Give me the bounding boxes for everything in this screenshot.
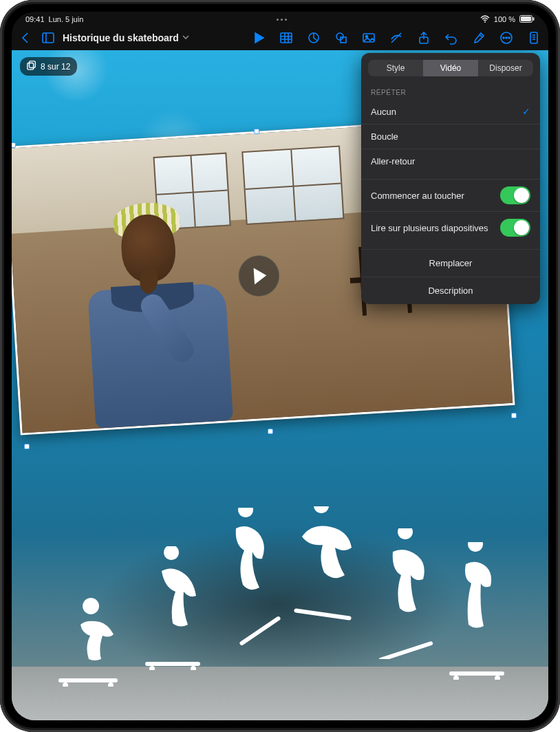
- back-button[interactable]: [19, 30, 34, 45]
- svg-point-0: [484, 21, 486, 23]
- start-on-touch-label: Commencer au toucher: [371, 191, 464, 201]
- selection-handle[interactable]: [12, 142, 16, 148]
- document-title-button[interactable]: Historique du skateboard: [63, 32, 190, 43]
- popover-tabs: Style Vidéo Disposer: [368, 60, 533, 76]
- svg-rect-37: [378, 641, 433, 660]
- checkmark-icon: ✓: [522, 106, 530, 117]
- undo-button[interactable]: [444, 30, 459, 45]
- svg-rect-23: [530, 32, 537, 43]
- svg-point-21: [506, 37, 507, 39]
- start-on-touch-toggle[interactable]: [500, 186, 530, 204]
- sidebar-toggle-button[interactable]: [41, 30, 56, 45]
- repeat-option-bounce[interactable]: Aller-retour: [361, 149, 540, 173]
- insert-shape-button[interactable]: [334, 30, 349, 45]
- svg-rect-36: [294, 608, 352, 621]
- svg-point-13: [336, 33, 343, 40]
- svg-rect-27: [30, 61, 36, 68]
- insert-table-button[interactable]: [279, 30, 294, 45]
- svg-rect-29: [58, 678, 118, 682]
- svg-rect-7: [281, 33, 292, 43]
- draw-button[interactable]: [389, 30, 404, 45]
- format-button[interactable]: [471, 30, 486, 45]
- slide-counter-label: 8 sur 12: [41, 62, 70, 72]
- across-slides-toggle[interactable]: [500, 219, 530, 237]
- battery-icon: [519, 15, 535, 24]
- across-slides-label: Lire sur plusieurs diapositives: [371, 223, 488, 233]
- selection-handle[interactable]: [24, 444, 30, 449]
- replace-label: Remplacer: [429, 258, 473, 268]
- svg-point-39: [453, 676, 459, 680]
- repeat-option-loop[interactable]: Boucle: [361, 124, 540, 149]
- document-settings-button[interactable]: [526, 30, 541, 45]
- across-slides-row: Lire sur plusieurs diapositives: [361, 211, 540, 244]
- app-toolbar: Historique du skateboard: [12, 25, 548, 50]
- play-button[interactable]: [251, 30, 266, 45]
- skater-silhouettes: [12, 549, 548, 687]
- svg-point-33: [149, 666, 155, 670]
- slides-icon: [27, 61, 36, 72]
- status-time: 09:41: [25, 15, 45, 23]
- tab-video[interactable]: Vidéo: [423, 60, 478, 76]
- svg-rect-32: [145, 662, 200, 666]
- wifi-icon: [480, 15, 490, 24]
- replace-button[interactable]: Remplacer: [361, 249, 540, 277]
- document-title: Historique du skateboard: [63, 32, 179, 43]
- svg-point-22: [508, 37, 510, 39]
- svg-rect-4: [43, 33, 54, 43]
- svg-point-31: [108, 682, 114, 687]
- svg-point-34: [191, 666, 196, 670]
- status-battery-text: 100 %: [494, 15, 515, 23]
- start-on-touch-row: Commencer au toucher: [361, 179, 540, 211]
- svg-rect-2: [521, 17, 531, 21]
- share-button[interactable]: [416, 30, 431, 45]
- repeat-section-label: RÉPÉTER: [361, 83, 540, 99]
- format-popover: Style Vidéo Disposer RÉPÉTER Aucun ✓ Bou…: [361, 53, 540, 304]
- tab-arrange[interactable]: Disposer: [478, 60, 533, 76]
- svg-marker-6: [255, 33, 263, 43]
- description-button[interactable]: Description: [361, 277, 540, 304]
- repeat-loop-label: Boucle: [371, 131, 398, 142]
- svg-rect-35: [239, 616, 281, 645]
- slide-counter-button[interactable]: 8 sur 12: [20, 57, 77, 76]
- svg-point-20: [503, 37, 504, 39]
- repeat-bounce-label: Aller-retour: [371, 156, 415, 166]
- svg-point-30: [63, 682, 68, 687]
- slide-canvas[interactable]: 8 sur 12: [12, 50, 548, 720]
- svg-rect-38: [449, 671, 504, 676]
- selection-handle[interactable]: [511, 413, 517, 418]
- svg-rect-3: [533, 17, 535, 21]
- insert-chart-button[interactable]: [306, 30, 321, 45]
- multitask-dots[interactable]: [277, 19, 287, 21]
- svg-rect-28: [28, 63, 34, 70]
- screen: 09:41 Lun. 5 juin 100 %: [12, 12, 548, 720]
- chevron-down-icon: [182, 32, 190, 43]
- tab-style[interactable]: Style: [368, 60, 423, 76]
- repeat-none-label: Aucun: [371, 107, 396, 117]
- description-label: Description: [428, 286, 473, 296]
- insert-media-button[interactable]: [361, 30, 376, 45]
- selection-handle[interactable]: [268, 429, 273, 434]
- status-bar: 09:41 Lun. 5 juin 100 %: [12, 12, 548, 25]
- status-date: Lun. 5 juin: [49, 15, 84, 23]
- ipad-frame: 09:41 Lun. 5 juin 100 %: [0, 0, 560, 732]
- more-button[interactable]: [499, 30, 514, 45]
- repeat-option-none[interactable]: Aucun ✓: [361, 99, 540, 124]
- svg-point-40: [495, 676, 500, 680]
- selection-handle[interactable]: [254, 129, 259, 134]
